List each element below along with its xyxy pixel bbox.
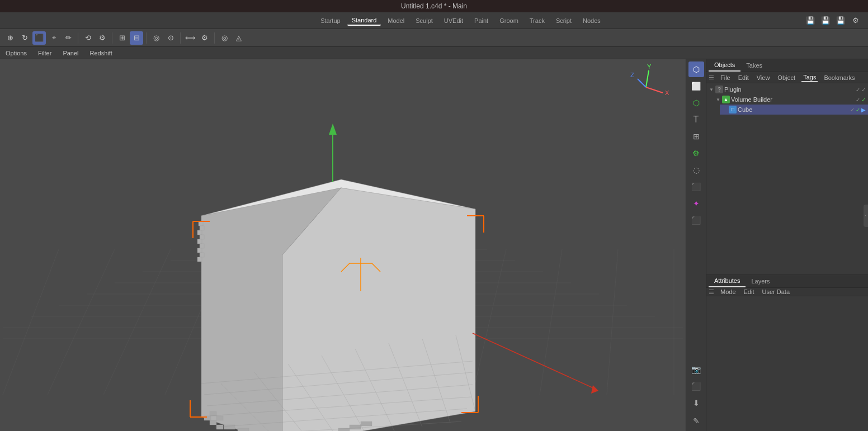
- workspace-tab-nodes[interactable]: Nodes: [578, 16, 605, 25]
- workspace-tab-groom[interactable]: Groom: [495, 16, 523, 25]
- attr-hamburger[interactable]: ☰: [709, 288, 714, 296]
- top-toolbar: StartupStandardModelSculptUVEditPaintGro…: [0, 12, 868, 29]
- cube-check2: ✓: [856, 107, 860, 113]
- plugin-checks: ✓ ✓: [856, 87, 866, 93]
- obj-plugin[interactable]: ▼ ? Plugin ✓ ✓: [706, 84, 868, 94]
- bottom-panel-header: ☰ Mode Edit User Data: [706, 288, 868, 296]
- render-settings-icon[interactable]: ⚙: [849, 14, 862, 27]
- vb-check1: ✓: [856, 97, 860, 103]
- transform-icon[interactable]: ⟲: [81, 31, 95, 45]
- axis-icon[interactable]: ⚙: [198, 31, 211, 45]
- attr-menu-userdata[interactable]: User Data: [761, 288, 792, 296]
- right-icon-6[interactable]: ⚙: [688, 145, 704, 161]
- workspace-tab-sculpt[interactable]: Sculpt: [411, 16, 437, 25]
- vb-check2: ✓: [861, 97, 866, 103]
- right-icon-strip: ⬡ ⬜ ⬡ T ⊞ ⚙ ◌ ⬛ ✦ ⬛ 📷 ⬛ ⬇ ✎: [686, 59, 706, 431]
- workspace-tab-script[interactable]: Script: [551, 16, 576, 25]
- plugin-check2: ✓: [861, 87, 866, 93]
- svg-rect-45: [197, 257, 202, 262]
- mirror-icon[interactable]: ⟺: [183, 31, 197, 45]
- camera-icon[interactable]: ◎: [218, 31, 231, 45]
- sep5: [214, 32, 215, 44]
- shield-icon[interactable]: ◬: [232, 31, 246, 45]
- scale-icon[interactable]: ⬛: [32, 31, 46, 45]
- right-panel: Objects Takes ☰ File Edit View Object Ta…: [706, 59, 868, 431]
- move-icon[interactable]: ⊕: [3, 31, 17, 45]
- tab-takes[interactable]: Takes: [740, 60, 768, 71]
- workspace-tab-model[interactable]: Model: [383, 16, 409, 25]
- sep2: [112, 32, 112, 44]
- right-icon-4[interactable]: T: [688, 112, 704, 127]
- obj-volume-builder[interactable]: ▼ ▲ Volume Builder ✓ ✓: [713, 94, 868, 105]
- plugin-check1: ✓: [856, 87, 860, 93]
- title-bar: Untitled 1.c4d * - Main: [0, 0, 868, 12]
- obj-menu-bookmarks[interactable]: Bookmarks: [822, 74, 856, 82]
- plugin-name: Plugin: [724, 86, 855, 93]
- right-icon-camera[interactable]: 📷: [688, 362, 704, 377]
- select-icon[interactable]: ⌖: [47, 31, 60, 45]
- tab-attributes[interactable]: Attributes: [709, 275, 746, 287]
- grid-icon[interactable]: ⊞: [115, 31, 129, 45]
- right-icon-7[interactable]: ◌: [688, 162, 704, 178]
- right-icon-pen[interactable]: ✎: [688, 413, 704, 429]
- cube-check3: ▶: [861, 107, 866, 113]
- scene-svg: X Y Z: [0, 59, 686, 431]
- attr-menu-mode[interactable]: Mode: [719, 288, 738, 296]
- pen-icon[interactable]: ✏: [62, 31, 75, 45]
- svg-rect-48: [210, 420, 216, 425]
- right-icon-1[interactable]: ⬡: [688, 61, 704, 77]
- tab-layers[interactable]: Layers: [746, 276, 775, 287]
- menu-panel[interactable]: Panel: [60, 49, 81, 58]
- svg-marker-36: [282, 188, 475, 431]
- sep3: [146, 32, 147, 44]
- svg-rect-43: [197, 248, 202, 253]
- right-icon-5[interactable]: ⊞: [688, 129, 704, 144]
- svg-rect-47: [216, 416, 223, 420]
- snap-icon[interactable]: ⊟: [130, 31, 143, 45]
- save-incremental-icon[interactable]: 💾: [819, 14, 832, 27]
- main-layout: Default Camera 📷 ✋ ↕ ↻ ⤢: [0, 59, 868, 431]
- lock-icon[interactable]: ◎: [149, 31, 163, 45]
- viewport[interactable]: Default Camera 📷 ✋ ↕ ↻ ⤢: [0, 59, 686, 431]
- right-icon-3[interactable]: ⬡: [688, 95, 704, 111]
- right-icon-2[interactable]: ⬜: [688, 78, 704, 94]
- menu-redshift[interactable]: Redshift: [88, 49, 115, 58]
- right-icon-9[interactable]: ✦: [688, 196, 704, 211]
- right-icon-10[interactable]: ⬛: [688, 212, 704, 228]
- obj-menu-hamburger[interactable]: ☰: [709, 74, 714, 81]
- obj-menu-view[interactable]: View: [755, 74, 772, 82]
- vb-checks: ✓ ✓: [856, 97, 866, 103]
- attr-menu-edit[interactable]: Edit: [742, 288, 756, 296]
- right-icon-8[interactable]: ⬛: [688, 179, 704, 195]
- collapse-handle[interactable]: ‹: [864, 205, 868, 227]
- svg-rect-62: [350, 425, 361, 429]
- svg-rect-51: [224, 425, 235, 429]
- obj-menu-edit[interactable]: Edit: [737, 74, 751, 82]
- workspace-tab-standard[interactable]: Standard: [347, 16, 381, 26]
- save-icon[interactable]: 💾: [804, 14, 817, 27]
- obj-menu-tags[interactable]: Tags: [801, 73, 818, 82]
- menu-filter[interactable]: Filter: [36, 49, 54, 58]
- right-panel-wrapper: ⬡ ⬜ ⬡ T ⊞ ⚙ ◌ ⬛ ✦ ⬛ 📷 ⬛ ⬇ ✎ Objects Take…: [686, 59, 868, 431]
- svg-rect-39: [197, 230, 202, 235]
- rotate-icon[interactable]: ↻: [18, 31, 31, 45]
- right-icon-render[interactable]: ⬛: [688, 378, 704, 394]
- center-icon[interactable]: ⊙: [164, 31, 177, 45]
- workspace-tab-paint[interactable]: Paint: [470, 16, 493, 25]
- svg-rect-40: [200, 235, 204, 239]
- obj-cube[interactable]: ▶ □ Cube ✓ ✓ ▶: [720, 105, 868, 115]
- svg-rect-37: [199, 221, 203, 226]
- workspace-tab-uvedit[interactable]: UVEdit: [440, 16, 468, 25]
- tab-objects[interactable]: Objects: [709, 59, 740, 72]
- svg-rect-49: [216, 425, 223, 429]
- obj-menu-file[interactable]: File: [719, 74, 732, 82]
- workspace-tab-startup[interactable]: Startup: [316, 16, 345, 25]
- sep4: [180, 32, 181, 44]
- right-icon-down[interactable]: ⬇: [688, 395, 704, 411]
- obj-menu-object[interactable]: Object: [776, 74, 797, 82]
- menu-options[interactable]: Options: [3, 49, 29, 58]
- save-project-icon[interactable]: 💾: [834, 14, 847, 27]
- volume-builder-name: Volume Builder: [731, 96, 855, 103]
- workspace-tab-track[interactable]: Track: [525, 16, 549, 25]
- settings-icon[interactable]: ⚙: [96, 31, 109, 45]
